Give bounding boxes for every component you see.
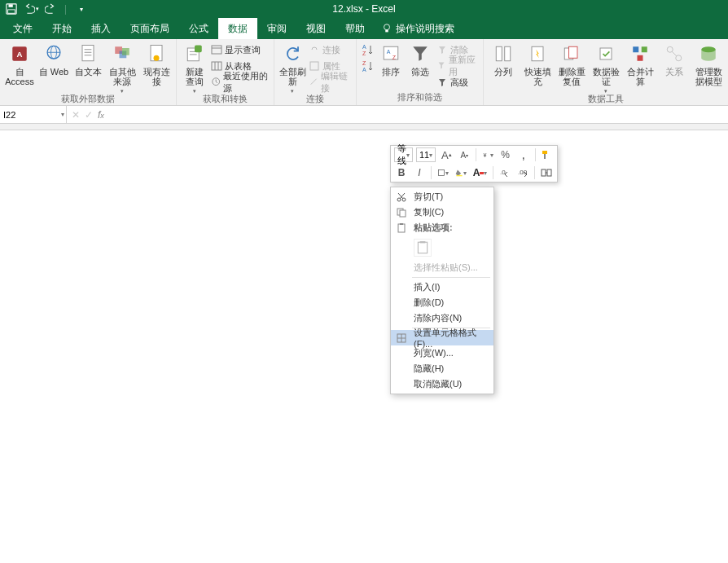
relationships-icon <box>663 42 686 65</box>
percent-button[interactable]: % <box>498 147 513 162</box>
tab-help[interactable]: 帮助 <box>335 18 375 39</box>
ctx-设置单元格格式F[interactable]: 设置单元格格式(F)... <box>391 330 493 345</box>
italic-button[interactable]: I <box>412 165 427 180</box>
undo-button[interactable]: ▾ <box>23 1 39 17</box>
ctx-复制C[interactable]: 复制(C) <box>391 205 493 220</box>
recent-sources-button[interactable]: 最近使用的源 <box>211 75 271 90</box>
increase-decimal-button[interactable]: .00 <box>515 165 530 180</box>
tab-home[interactable]: 开始 <box>42 18 81 39</box>
svg-line-48 <box>672 51 676 55</box>
svg-text:A: A <box>362 67 366 73</box>
chevron-down-icon: ▾ <box>429 152 432 159</box>
format-cells-icon <box>396 332 407 344</box>
ctx-清除内容N[interactable]: 清除内容(N) <box>391 310 493 326</box>
tab-formulas[interactable]: 公式 <box>179 18 218 39</box>
remove-duplicates-button[interactable]: 删除重复值 <box>555 41 588 86</box>
menu-item-label: 列宽(W)... <box>414 347 454 359</box>
show-queries-button[interactable]: 显示查询 <box>211 42 271 57</box>
filter-button[interactable]: 筛选 <box>406 41 435 77</box>
tab-view[interactable]: 视图 <box>296 18 335 39</box>
fx-button[interactable]: fx <box>98 109 104 121</box>
sort-icon: AZ <box>379 42 402 65</box>
quick-access-toolbar: ▾ │ ▾ <box>3 1 90 17</box>
label: 自其他来源 <box>106 67 138 86</box>
enter-formula-button[interactable]: ✓ <box>85 109 93 121</box>
web-icon <box>42 42 65 65</box>
format-painter-button[interactable] <box>539 147 554 162</box>
ctx-插入I[interactable]: 插入(I) <box>391 279 493 295</box>
sort-asc-button[interactable]: AZ <box>360 42 375 57</box>
ctx-列宽W[interactable]: 列宽(W)... <box>391 345 493 361</box>
redo-button[interactable] <box>42 1 59 17</box>
svg-text:¥: ¥ <box>483 152 486 159</box>
formula-buttons: ✕ ✓ fx <box>67 106 109 123</box>
fill-color-button[interactable]: ▾ <box>454 165 468 180</box>
svg-rect-58 <box>542 169 546 176</box>
group-label: 连接 <box>278 93 353 107</box>
edit-links-button[interactable]: 编辑链接 <box>309 75 353 90</box>
relationships-button[interactable]: 关系 <box>658 41 691 77</box>
tell-me[interactable]: 操作说明搜索 <box>381 18 454 39</box>
svg-text:A: A <box>362 44 366 50</box>
svg-rect-45 <box>638 55 643 61</box>
qat-separator: │ <box>64 5 68 14</box>
label: 自文本 <box>75 67 102 77</box>
font-color-button[interactable]: A▾ <box>471 165 489 180</box>
grow-font-button[interactable]: A▴ <box>439 147 454 162</box>
group-label: 获取和转换 <box>180 93 270 107</box>
from-access-button[interactable]: A 自 Access <box>3 41 36 86</box>
tab-data[interactable]: 数据 <box>218 18 257 39</box>
ctx-剪切T[interactable]: 剪切(T) <box>391 189 493 205</box>
existing-connections-button[interactable]: 现有连接 <box>140 41 173 86</box>
comma-style-button[interactable]: , <box>516 147 531 162</box>
accounting-format-button[interactable]: ¥▾ <box>480 147 495 162</box>
ctx-取消隐藏U[interactable]: 取消隐藏(U) <box>391 376 493 392</box>
bold-button[interactable]: B <box>394 165 409 180</box>
tab-review[interactable]: 审阅 <box>257 18 296 39</box>
svg-rect-38 <box>505 46 511 61</box>
label: 现有连接 <box>140 67 173 86</box>
name-box-value: I22 <box>3 110 15 120</box>
flash-fill-button[interactable]: 快速填充 <box>521 41 554 86</box>
font-family-select[interactable]: 等线▾ <box>394 147 413 162</box>
tab-layout[interactable]: 页面布局 <box>121 18 179 39</box>
decrease-decimal-button[interactable]: .0 <box>498 165 512 180</box>
filter-icon <box>409 42 432 65</box>
advanced-filter-button[interactable]: 高级 <box>436 75 480 90</box>
merge-button[interactable] <box>539 165 554 180</box>
redo-icon <box>45 3 56 15</box>
sort-desc-icon: ZA <box>360 59 375 73</box>
formula-input[interactable] <box>109 106 728 123</box>
ctx-删除D[interactable]: 删除(D) <box>391 295 493 310</box>
reapply-button[interactable]: 重新应用 <box>436 59 480 73</box>
connections-button[interactable]: 连接 <box>309 42 353 57</box>
name-box[interactable]: I22 ▾ <box>0 106 67 123</box>
text-to-columns-button[interactable]: 分列 <box>487 41 520 77</box>
ribbon: A 自 Access 自 Web 自文本 自其他来源 ▾ 现有连接 获取外部数据 <box>0 39 728 106</box>
tab-file[interactable]: 文件 <box>3 18 42 39</box>
from-text-button[interactable]: 自文本 <box>72 41 104 77</box>
paste-icon <box>396 222 407 234</box>
font-size-select[interactable]: 11▾ <box>416 147 436 162</box>
new-query-button[interactable]: 新建 查询 ▾ <box>180 41 209 95</box>
refresh-all-button[interactable]: 全部刷新 ▾ <box>278 41 307 95</box>
shrink-font-button[interactable]: A▾ <box>457 147 471 162</box>
label: 合并计算 <box>624 67 656 86</box>
sort-button[interactable]: AZ 排序 <box>376 41 405 77</box>
qat-customize[interactable]: ▾ <box>73 1 90 17</box>
paste-option-default[interactable] <box>414 239 432 257</box>
cancel-formula-button[interactable]: ✕ <box>72 109 80 121</box>
data-validation-button[interactable]: 数据验证 ▾ <box>590 41 622 95</box>
from-web-button[interactable]: 自 Web <box>37 41 70 77</box>
data-model-button[interactable]: 管理数据模型 <box>692 41 725 86</box>
border-icon <box>437 167 445 178</box>
tab-insert[interactable]: 插入 <box>81 18 121 39</box>
ctx-隐藏H[interactable]: 隐藏(H) <box>391 361 493 376</box>
svg-point-18 <box>154 55 160 61</box>
consolidate-button[interactable]: 合并计算 <box>624 41 656 86</box>
border-button[interactable]: ▾ <box>436 165 450 180</box>
svg-point-3 <box>384 24 390 30</box>
from-other-sources-button[interactable]: 自其他来源 ▾ <box>106 41 138 95</box>
sort-desc-button[interactable]: ZA <box>360 59 375 73</box>
save-button[interactable] <box>3 1 20 17</box>
